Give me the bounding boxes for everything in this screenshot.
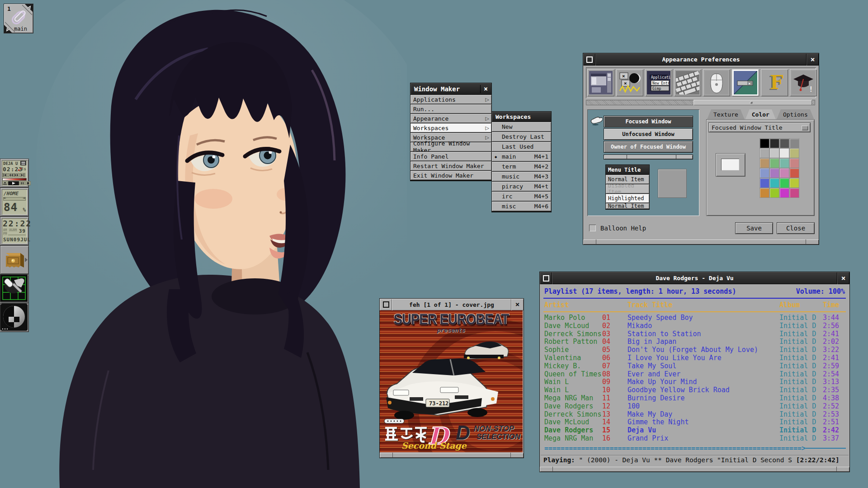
player-resizebar[interactable]: [540, 467, 849, 472]
palette-color[interactable]: [760, 139, 769, 148]
focused-window-title-dropdown[interactable]: Focused Window Title: [708, 122, 811, 132]
dockapp-music-player[interactable]: DEJA U 02:23 8s: [0, 159, 29, 188]
player-titlebar[interactable]: Dave Rodgers - Deja Vu ×: [540, 272, 849, 284]
rewind-button[interactable]: [8, 173, 14, 177]
player-close-icon[interactable]: ×: [837, 272, 849, 284]
arrow-left-icon[interactable]: ←: [4, 196, 6, 200]
dockapp-clock[interactable]: 22:22 AM ALRM PM 39 SUN09JUL: [0, 216, 29, 245]
next-button[interactable]: [20, 173, 25, 177]
palette-color[interactable]: [770, 159, 779, 168]
pause-button[interactable]: [19, 181, 25, 185]
root-menu-close-icon[interactable]: ×: [480, 85, 488, 93]
wprefs-window-menu-button[interactable]: [583, 53, 595, 66]
dockapp-disk-usage[interactable]: /HOME ← → 84 %: [0, 188, 29, 216]
workspaces-menu-item-misc[interactable]: miscM4+6: [492, 202, 551, 211]
stop-button[interactable]: [25, 181, 31, 185]
root-menu-item-applications[interactable]: Applications▷: [410, 95, 491, 104]
feh-close-icon[interactable]: ×: [511, 299, 524, 310]
root-menu-item-workspaces[interactable]: Workspaces▷: [410, 123, 491, 132]
workspaces-menu-item-destroy-last[interactable]: Destroy Last: [492, 132, 551, 141]
wprefs-icon-animations[interactable]: ××: [616, 69, 643, 96]
wprefs-resizebar[interactable]: [583, 239, 819, 244]
wprefs-icon-mouse[interactable]: [703, 69, 730, 96]
palette-color[interactable]: [790, 159, 799, 168]
workspaces-menu-item-term[interactable]: termM4+2: [492, 162, 551, 171]
prev-button[interactable]: [2, 173, 8, 177]
workspaces-menu-item-music[interactable]: musicM4+3: [492, 172, 551, 181]
color-well[interactable]: [716, 153, 745, 177]
track-progress[interactable]: ========================================…: [544, 444, 846, 452]
palette-color[interactable]: [780, 139, 789, 148]
playlist-row[interactable]: Derreck Simons03Station to StationInitia…: [541, 330, 849, 338]
root-menu-item-exit-window-maker[interactable]: Exit Window Maker: [410, 171, 491, 180]
wprefs-icon-window-focus[interactable]: [587, 69, 614, 96]
eject-button[interactable]: [2, 181, 8, 185]
palette-color[interactable]: [770, 188, 779, 197]
palette-color[interactable]: [790, 139, 799, 148]
workspaces-menu-item-last-used[interactable]: Last Used: [492, 142, 551, 151]
workspaces-menu-item-new[interactable]: New: [492, 122, 551, 131]
player-progress-bar[interactable]: [2, 178, 27, 181]
playlist-row[interactable]: Dave McLoud14Gimme the NightInitial D2:5…: [541, 418, 849, 427]
root-menu-item-configure-window-maker[interactable]: Configure Window Maker: [410, 142, 491, 151]
fast-forward-button[interactable]: [14, 173, 19, 177]
palette-color[interactable]: [760, 169, 769, 178]
palette-color[interactable]: [770, 169, 779, 178]
workspaces-menu-item-main[interactable]: ◆mainM4+1: [492, 152, 551, 161]
preview-menu-item-1[interactable]: Disabled Item: [606, 184, 649, 193]
palette-color[interactable]: [790, 178, 799, 188]
wprefs-icon-expert[interactable]: !: [790, 69, 817, 96]
preview-icon-swatch[interactable]: [658, 169, 687, 198]
preview-focused-titlebar[interactable]: Focused Window: [604, 116, 693, 127]
playlist-row[interactable]: Queen of Times08Ever and EverInitial D2:…: [541, 371, 849, 379]
workspaces-menu-titlebar[interactable]: Workspaces: [492, 112, 551, 122]
preview-menu-item-0[interactable]: Normal Item: [606, 175, 649, 184]
tab-color[interactable]: Color: [745, 109, 776, 119]
player-miniaturize-button[interactable]: [540, 272, 552, 284]
arrow-right-icon[interactable]: →: [23, 196, 25, 200]
tab-texture[interactable]: Texture: [707, 109, 745, 119]
preview-resizebar[interactable]: [604, 155, 693, 160]
palette-color[interactable]: [760, 188, 769, 197]
play-button[interactable]: [8, 181, 19, 185]
dock-drawer[interactable]: [0, 245, 29, 274]
palette-color[interactable]: [770, 178, 779, 188]
close-button[interactable]: Close: [777, 222, 815, 234]
wprefs-icon-menus[interactable]: ApplicatiNew Entr|Gimp: [645, 69, 672, 96]
preview-owner-titlebar[interactable]: Owner of Focused Window: [604, 141, 693, 153]
palette-color[interactable]: [780, 178, 789, 188]
playlist-row[interactable]: Wain L10Goodbye Yellow Brick RoadInitial…: [541, 386, 849, 394]
palette-color[interactable]: [790, 149, 799, 158]
palette-color[interactable]: [760, 149, 769, 158]
playlist-row[interactable]: Wain L09Make Up Your MindInitial D3:13: [541, 378, 849, 386]
preview-menu-title[interactable]: Menu Title: [606, 165, 649, 174]
balloon-help-checkbox[interactable]: [589, 225, 596, 231]
playlist-row[interactable]: Marko Polo01Speedy Speed BoyInitial D3:4…: [541, 314, 849, 322]
wprefs-close-icon[interactable]: ×: [807, 53, 819, 66]
palette-color[interactable]: [780, 169, 789, 178]
wprefs-icon-scrollbar[interactable]: [586, 100, 815, 105]
root-menu-item-info-panel[interactable]: Info Panel: [410, 152, 491, 161]
album-cover-image[interactable]: SUPER EUROBEAT presents 73-212: [380, 310, 523, 452]
tab-options[interactable]: Options: [777, 109, 814, 119]
desktop[interactable]: { "clip": {"workspace_number": "1", "wor…: [0, 0, 868, 488]
feh-resizebar[interactable]: [380, 453, 524, 458]
workspaces-menu-item-piracy[interactable]: piracyM4+t: [492, 182, 551, 191]
palette-color[interactable]: [780, 159, 789, 168]
wprefs-icon-keyboard[interactable]: [674, 69, 701, 96]
playlist-row[interactable]: Mega NRG Man11Burning DesireInitial D4:3…: [541, 394, 849, 403]
playlist-row[interactable]: Robert Patton04Big in JapanInitial D2:02: [541, 338, 849, 346]
palette-color[interactable]: [770, 139, 779, 148]
preview-unfocused-titlebar[interactable]: Unfocused Window: [604, 128, 693, 140]
wprefs-icon-font[interactable]: FF: [761, 69, 788, 96]
palette-color[interactable]: [760, 178, 769, 188]
workspace-clip[interactable]: 1 main: [4, 4, 33, 33]
playlist-row[interactable]: Dave McLoud02MikadoInitial D2:56: [541, 322, 849, 330]
playlist-row[interactable]: Dave Rodgers15Deja VuInitial D2:42: [541, 427, 849, 435]
preview-menu-item-2[interactable]: Highlighted: [606, 194, 649, 203]
palette-color[interactable]: [770, 149, 779, 158]
wprefs-titlebar[interactable]: Appearance Preferences ×: [583, 53, 819, 66]
root-menu-item-restart-window-maker[interactable]: Restart Window Maker: [410, 161, 491, 170]
dockapp-gnustep[interactable]: [0, 303, 29, 332]
playlist-row[interactable]: Derreck Simons13Make My DayInitial D2:53: [541, 411, 849, 419]
